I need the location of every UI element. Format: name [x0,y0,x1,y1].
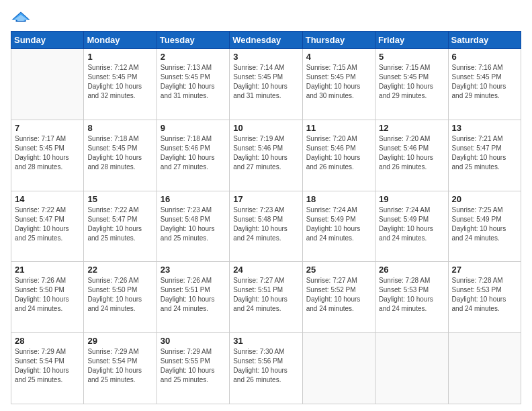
day-header-wednesday: Wednesday [230,32,302,49]
week-row-4: 21Sunrise: 7:26 AM Sunset: 5:50 PM Dayli… [11,262,521,333]
calendar-cell: 9Sunrise: 7:18 AM Sunset: 5:46 PM Daylig… [157,120,229,191]
cell-info: Sunrise: 7:13 AM Sunset: 5:45 PM Dayligh… [161,63,226,101]
calendar-cell [375,333,448,404]
calendar-cell: 10Sunrise: 7:19 AM Sunset: 5:46 PM Dayli… [230,120,302,191]
cell-info: Sunrise: 7:21 AM Sunset: 5:47 PM Dayligh… [452,134,517,172]
cell-info: Sunrise: 7:19 AM Sunset: 5:46 PM Dayligh… [233,134,298,172]
calendar-cell: 31Sunrise: 7:30 AM Sunset: 5:56 PM Dayli… [230,333,302,404]
week-row-1: 1Sunrise: 7:12 AM Sunset: 5:45 PM Daylig… [11,49,521,120]
logo [11,11,31,24]
calendar-cell: 17Sunrise: 7:23 AM Sunset: 5:48 PM Dayli… [230,191,302,262]
calendar-cell: 8Sunrise: 7:18 AM Sunset: 5:45 PM Daylig… [84,120,157,191]
week-row-3: 14Sunrise: 7:22 AM Sunset: 5:47 PM Dayli… [11,191,521,262]
cell-info: Sunrise: 7:26 AM Sunset: 5:51 PM Dayligh… [161,276,226,314]
day-number: 8 [87,123,152,133]
day-header-friday: Friday [375,32,448,49]
day-number: 1 [87,52,152,62]
cell-info: Sunrise: 7:23 AM Sunset: 5:48 PM Dayligh… [161,205,226,243]
calendar-container: SundayMondayTuesdayWednesdayThursdayFrid… [0,0,532,411]
day-number: 14 [15,194,80,204]
calendar-cell: 23Sunrise: 7:26 AM Sunset: 5:51 PM Dayli… [157,262,229,333]
cell-info: Sunrise: 7:20 AM Sunset: 5:46 PM Dayligh… [379,134,444,172]
day-number: 27 [452,265,517,275]
day-number: 29 [87,336,152,346]
calendar-cell: 18Sunrise: 7:24 AM Sunset: 5:49 PM Dayli… [302,191,375,262]
cell-info: Sunrise: 7:18 AM Sunset: 5:46 PM Dayligh… [161,134,226,172]
calendar-cell: 15Sunrise: 7:22 AM Sunset: 5:47 PM Dayli… [84,191,157,262]
calendar-cell: 14Sunrise: 7:22 AM Sunset: 5:47 PM Dayli… [11,191,84,262]
day-number: 11 [306,123,371,133]
day-number: 26 [379,265,444,275]
calendar-cell: 28Sunrise: 7:29 AM Sunset: 5:54 PM Dayli… [11,333,84,404]
cell-info: Sunrise: 7:23 AM Sunset: 5:48 PM Dayligh… [233,205,298,243]
day-number: 2 [161,52,226,62]
header-row: SundayMondayTuesdayWednesdayThursdayFrid… [11,32,521,49]
day-number: 7 [15,123,80,133]
calendar-cell: 16Sunrise: 7:23 AM Sunset: 5:48 PM Dayli… [157,191,229,262]
day-number: 12 [379,123,444,133]
calendar-cell: 30Sunrise: 7:29 AM Sunset: 5:55 PM Dayli… [157,333,229,404]
header [11,11,521,24]
day-number: 30 [161,336,226,346]
calendar-cell: 20Sunrise: 7:25 AM Sunset: 5:49 PM Dayli… [448,191,521,262]
cell-info: Sunrise: 7:29 AM Sunset: 5:55 PM Dayligh… [161,347,226,385]
calendar-cell: 24Sunrise: 7:27 AM Sunset: 5:51 PM Dayli… [230,262,302,333]
cell-info: Sunrise: 7:15 AM Sunset: 5:45 PM Dayligh… [306,63,371,101]
day-number: 24 [233,265,298,275]
day-header-sunday: Sunday [11,32,84,49]
calendar-table: SundayMondayTuesdayWednesdayThursdayFrid… [11,31,521,404]
day-number: 19 [379,194,444,204]
cell-info: Sunrise: 7:17 AM Sunset: 5:45 PM Dayligh… [15,134,80,172]
calendar-cell [448,333,521,404]
cell-info: Sunrise: 7:29 AM Sunset: 5:54 PM Dayligh… [87,347,152,385]
day-number: 6 [452,52,517,62]
week-row-2: 7Sunrise: 7:17 AM Sunset: 5:45 PM Daylig… [11,120,521,191]
day-number: 28 [15,336,80,346]
day-number: 15 [87,194,152,204]
logo-icon [11,11,31,23]
calendar-cell: 5Sunrise: 7:15 AM Sunset: 5:45 PM Daylig… [375,49,448,120]
calendar-cell: 19Sunrise: 7:24 AM Sunset: 5:49 PM Dayli… [375,191,448,262]
cell-info: Sunrise: 7:22 AM Sunset: 5:47 PM Dayligh… [87,205,152,243]
cell-info: Sunrise: 7:30 AM Sunset: 5:56 PM Dayligh… [233,347,298,385]
cell-info: Sunrise: 7:14 AM Sunset: 5:45 PM Dayligh… [233,63,298,101]
cell-info: Sunrise: 7:26 AM Sunset: 5:50 PM Dayligh… [87,276,152,314]
calendar-cell: 6Sunrise: 7:16 AM Sunset: 5:45 PM Daylig… [448,49,521,120]
cell-info: Sunrise: 7:28 AM Sunset: 5:53 PM Dayligh… [452,276,517,314]
calendar-cell: 2Sunrise: 7:13 AM Sunset: 5:45 PM Daylig… [157,49,229,120]
day-number: 31 [233,336,298,346]
calendar-cell: 25Sunrise: 7:27 AM Sunset: 5:52 PM Dayli… [302,262,375,333]
day-number: 9 [161,123,226,133]
day-number: 21 [15,265,80,275]
day-number: 20 [452,194,517,204]
cell-info: Sunrise: 7:28 AM Sunset: 5:53 PM Dayligh… [379,276,444,314]
day-number: 10 [233,123,298,133]
cell-info: Sunrise: 7:27 AM Sunset: 5:52 PM Dayligh… [306,276,371,314]
calendar-cell: 12Sunrise: 7:20 AM Sunset: 5:46 PM Dayli… [375,120,448,191]
day-number: 13 [452,123,517,133]
calendar-cell: 4Sunrise: 7:15 AM Sunset: 5:45 PM Daylig… [302,49,375,120]
calendar-cell: 21Sunrise: 7:26 AM Sunset: 5:50 PM Dayli… [11,262,84,333]
calendar-cell: 29Sunrise: 7:29 AM Sunset: 5:54 PM Dayli… [84,333,157,404]
calendar-cell: 3Sunrise: 7:14 AM Sunset: 5:45 PM Daylig… [230,49,302,120]
cell-info: Sunrise: 7:24 AM Sunset: 5:49 PM Dayligh… [306,205,371,243]
day-number: 3 [233,52,298,62]
calendar-cell [302,333,375,404]
day-number: 17 [233,194,298,204]
day-number: 22 [87,265,152,275]
day-number: 23 [161,265,226,275]
day-header-saturday: Saturday [448,32,521,49]
calendar-cell: 7Sunrise: 7:17 AM Sunset: 5:45 PM Daylig… [11,120,84,191]
cell-info: Sunrise: 7:24 AM Sunset: 5:49 PM Dayligh… [379,205,444,243]
day-header-tuesday: Tuesday [157,32,229,49]
calendar-cell: 11Sunrise: 7:20 AM Sunset: 5:46 PM Dayli… [302,120,375,191]
day-number: 5 [379,52,444,62]
cell-info: Sunrise: 7:26 AM Sunset: 5:50 PM Dayligh… [15,276,80,314]
day-header-thursday: Thursday [302,32,375,49]
cell-info: Sunrise: 7:15 AM Sunset: 5:45 PM Dayligh… [379,63,444,101]
calendar-cell: 13Sunrise: 7:21 AM Sunset: 5:47 PM Dayli… [448,120,521,191]
day-number: 16 [161,194,226,204]
cell-info: Sunrise: 7:22 AM Sunset: 5:47 PM Dayligh… [15,205,80,243]
cell-info: Sunrise: 7:20 AM Sunset: 5:46 PM Dayligh… [306,134,371,172]
calendar-cell: 22Sunrise: 7:26 AM Sunset: 5:50 PM Dayli… [84,262,157,333]
